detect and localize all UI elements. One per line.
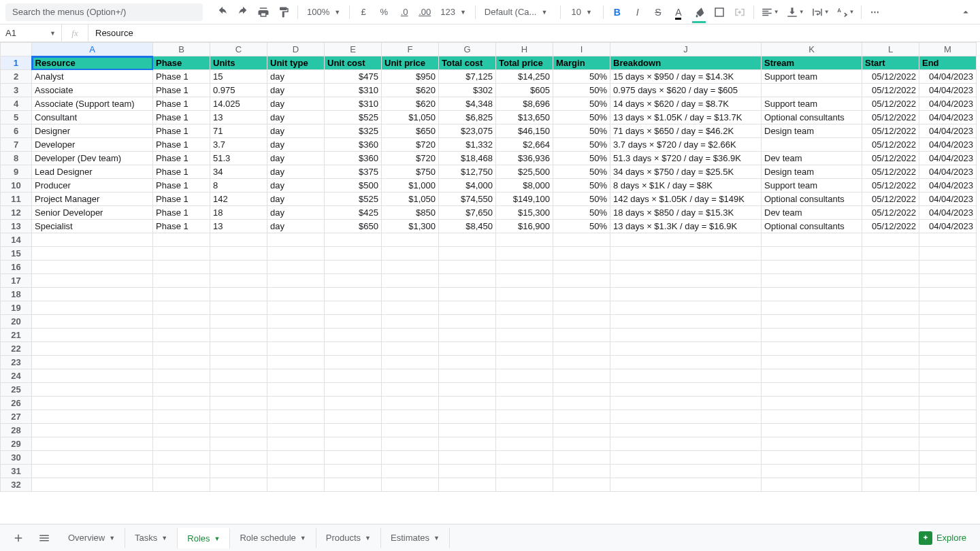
- cell[interactable]: [153, 356, 210, 369]
- cell[interactable]: [439, 437, 496, 451]
- cell[interactable]: Support team: [762, 70, 862, 84]
- cell[interactable]: [862, 410, 919, 424]
- cell[interactable]: [210, 288, 267, 301]
- more-button[interactable]: ⋯: [866, 3, 884, 21]
- cell[interactable]: [325, 437, 382, 451]
- row-header[interactable]: 2: [1, 70, 32, 84]
- cell[interactable]: [32, 397, 153, 410]
- cell[interactable]: [496, 383, 553, 397]
- cell[interactable]: [267, 315, 325, 329]
- cell[interactable]: $360: [325, 138, 382, 152]
- cell[interactable]: 50%: [553, 220, 610, 233]
- cell[interactable]: [862, 437, 919, 451]
- header-cell[interactable]: End: [919, 56, 977, 70]
- cell[interactable]: [210, 397, 267, 410]
- cell[interactable]: [439, 410, 496, 424]
- cell[interactable]: [325, 261, 382, 274]
- cell[interactable]: Phase 1: [153, 152, 210, 165]
- cell[interactable]: [267, 261, 325, 274]
- cell[interactable]: [32, 342, 153, 356]
- cell[interactable]: [862, 233, 919, 247]
- cell[interactable]: [210, 261, 267, 274]
- cell[interactable]: 13: [210, 220, 267, 233]
- cell[interactable]: [439, 424, 496, 437]
- cell[interactable]: $620: [382, 84, 439, 97]
- header-cell[interactable]: Total price: [496, 56, 553, 70]
- cell[interactable]: $302: [439, 84, 496, 97]
- decrease-decimal-button[interactable]: .0: [395, 3, 413, 21]
- cell[interactable]: [210, 356, 267, 369]
- cell[interactable]: Phase 1: [153, 206, 210, 220]
- column-header-E[interactable]: E: [325, 43, 382, 56]
- cell[interactable]: [382, 261, 439, 274]
- cell[interactable]: [32, 261, 153, 274]
- undo-button[interactable]: [214, 3, 231, 21]
- cell[interactable]: 50%: [553, 97, 610, 111]
- vertical-align-button[interactable]: ▼: [784, 3, 806, 21]
- cell[interactable]: [553, 383, 610, 397]
- italic-button[interactable]: I: [629, 3, 647, 21]
- cell[interactable]: [382, 437, 439, 451]
- cell[interactable]: [862, 247, 919, 261]
- cell[interactable]: $720: [382, 152, 439, 165]
- cell[interactable]: [496, 288, 553, 301]
- cell[interactable]: [496, 478, 553, 492]
- cell[interactable]: 50%: [553, 138, 610, 152]
- currency-button[interactable]: £: [355, 3, 372, 21]
- cell[interactable]: [32, 437, 153, 451]
- cell[interactable]: 04/04/2023: [919, 124, 977, 138]
- increase-decimal-button[interactable]: .00: [416, 3, 434, 21]
- cell[interactable]: [553, 233, 610, 247]
- cell[interactable]: $525: [325, 111, 382, 124]
- cell[interactable]: 13 days × $1.3K / day = $16.9K: [610, 220, 762, 233]
- cell[interactable]: [762, 138, 862, 152]
- cell[interactable]: 51.3 days × $720 / day = $36.9K: [610, 152, 762, 165]
- cell[interactable]: [553, 274, 610, 288]
- cell[interactable]: $425: [325, 206, 382, 220]
- cell[interactable]: [762, 301, 862, 315]
- cell[interactable]: [267, 233, 325, 247]
- strikethrough-button[interactable]: S: [649, 3, 667, 21]
- cell[interactable]: [919, 451, 977, 465]
- row-header[interactable]: 15: [1, 247, 32, 261]
- cell[interactable]: [439, 356, 496, 369]
- cell[interactable]: [610, 465, 762, 478]
- cell[interactable]: [762, 410, 862, 424]
- cell[interactable]: [862, 369, 919, 383]
- cell[interactable]: [496, 369, 553, 383]
- cell[interactable]: 05/12/2022: [862, 84, 919, 97]
- cell[interactable]: [610, 315, 762, 329]
- cell[interactable]: [153, 383, 210, 397]
- cell[interactable]: $12,750: [439, 165, 496, 179]
- cell[interactable]: 05/12/2022: [862, 124, 919, 138]
- row-header[interactable]: 6: [1, 124, 32, 138]
- cell[interactable]: [210, 478, 267, 492]
- cell[interactable]: [762, 84, 862, 97]
- row-header[interactable]: 27: [1, 410, 32, 424]
- cell[interactable]: [32, 383, 153, 397]
- cell[interactable]: [439, 261, 496, 274]
- cell[interactable]: [610, 342, 762, 356]
- cell[interactable]: 50%: [553, 179, 610, 193]
- cell[interactable]: $360: [325, 152, 382, 165]
- cell[interactable]: [439, 247, 496, 261]
- header-cell[interactable]: Unit type: [267, 56, 325, 70]
- horizontal-align-button[interactable]: ▼: [759, 3, 781, 21]
- cell[interactable]: [153, 288, 210, 301]
- cell[interactable]: [153, 329, 210, 342]
- cell[interactable]: Phase 1: [153, 70, 210, 84]
- cell[interactable]: [267, 288, 325, 301]
- cell[interactable]: [862, 329, 919, 342]
- cell[interactable]: $149,100: [496, 193, 553, 206]
- cell[interactable]: 142: [210, 193, 267, 206]
- cell[interactable]: [496, 465, 553, 478]
- cell[interactable]: $14,250: [496, 70, 553, 84]
- formula-content[interactable]: Resource: [88, 28, 980, 38]
- cell[interactable]: $650: [325, 220, 382, 233]
- cell[interactable]: [267, 247, 325, 261]
- cell[interactable]: [610, 383, 762, 397]
- column-header-H[interactable]: H: [496, 43, 553, 56]
- cell[interactable]: [382, 356, 439, 369]
- cell[interactable]: 04/04/2023: [919, 84, 977, 97]
- cell[interactable]: $1,000: [382, 179, 439, 193]
